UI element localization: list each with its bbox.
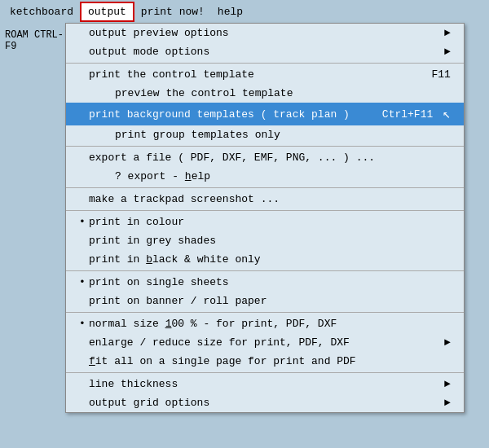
menu-label: print in black & white only <box>89 253 261 266</box>
menu-label: enlarge / reduce size for print, PDF, DX… <box>89 336 350 349</box>
submenu-arrow-icon: ► <box>444 378 451 390</box>
menu-item-print-banner[interactable]: print on banner / roll paper <box>66 292 464 310</box>
menu-item-line-thickness[interactable]: line thickness ► <box>66 375 464 393</box>
menu-item-output-grid-options[interactable]: output grid options ► <box>66 393 464 412</box>
menu-label: preview the control template <box>115 87 293 99</box>
submenu-arrow-icon: ► <box>444 397 451 409</box>
menu-item-print-background-templates[interactable]: print background templates ( track plan … <box>66 103 464 125</box>
menu-label: print background templates ( track plan … <box>89 108 350 121</box>
menu-label: print in grey shades <box>89 235 216 247</box>
menu-help[interactable]: help <box>211 3 249 20</box>
separator-1 <box>66 63 464 64</box>
help-underline: h <box>185 170 192 182</box>
menu-item-output-mode-options[interactable]: output mode options ► <box>66 42 464 61</box>
menu-item-print-grey[interactable]: print in grey shades <box>66 231 464 250</box>
menu-item-print-black-white[interactable]: print in black & white only <box>66 250 464 269</box>
menu-label: line thickness <box>89 378 178 390</box>
separator-3 <box>66 187 464 188</box>
menu-output[interactable]: output <box>80 2 134 22</box>
menu-item-fit-all[interactable]: fit all on a single page for print and P… <box>66 352 464 371</box>
menu-label: output grid options <box>89 397 209 409</box>
menu-item-export-help[interactable]: ? export - help <box>66 167 464 186</box>
menu-item-print-group-templates[interactable]: print group templates only <box>66 125 464 144</box>
menu-label: print in colour <box>89 216 184 228</box>
separator-7 <box>66 372 464 373</box>
menu-label: normal size 100 % - for print, PDF, DXF <box>89 318 337 330</box>
cursor-icon: ↖ <box>443 106 451 122</box>
fit-underline: f <box>89 355 95 367</box>
menu-item-print-single-sheets[interactable]: print on single sheets <box>66 273 464 292</box>
shortcut-label: Ctrl+F11 <box>382 108 433 121</box>
roam-shortcut: ROAM CTRL-F9 <box>0 26 64 55</box>
black-underline: b <box>146 253 152 266</box>
menubar: ketchboard output print now! help <box>0 0 489 23</box>
menu-label: fit all on a single page for print and P… <box>89 355 356 367</box>
menu-item-export-file[interactable]: export a file ( PDF, DXF, EMF, PNG, ... … <box>66 148 464 167</box>
menu-label: print on single sheets <box>89 276 229 288</box>
app-title: ketchboard <box>3 3 80 20</box>
menu-item-output-preview-options[interactable]: output preview options ► <box>66 24 464 42</box>
menu-label: print on banner / roll paper <box>89 295 267 307</box>
output-menu-dropdown: output preview options ► output mode opt… <box>65 23 465 413</box>
separator-2 <box>66 146 464 147</box>
separator-4 <box>66 210 464 211</box>
submenu-arrow-icon: ► <box>444 336 451 349</box>
menu-label: output preview options <box>89 27 229 39</box>
menu-label: export a file ( PDF, DXF, EMF, PNG, ... … <box>89 152 375 164</box>
menu-item-enlarge-reduce[interactable]: enlarge / reduce size for print, PDF, DX… <box>66 333 464 352</box>
roam-label: ROAM <box>5 29 29 41</box>
size-underline: 1 <box>165 318 172 330</box>
menu-label: output mode options <box>89 46 209 58</box>
menu-item-print-control-template[interactable]: print the control template F11 <box>66 65 464 84</box>
separator-5 <box>66 270 464 271</box>
submenu-arrow-icon: ► <box>444 46 451 58</box>
menu-item-print-colour[interactable]: print in colour <box>66 213 464 231</box>
menu-print-now[interactable]: print now! <box>134 3 211 20</box>
shortcut-label: F11 <box>432 68 451 81</box>
menu-label: ? export - help <box>115 170 210 182</box>
menu-item-trackpad-screenshot[interactable]: make a trackpad screenshot ... <box>66 190 464 209</box>
menu-item-preview-control-template[interactable]: preview the control template <box>66 84 464 103</box>
submenu-arrow-icon: ► <box>444 27 451 39</box>
menu-label: print the control template <box>89 68 254 81</box>
separator-6 <box>66 312 464 313</box>
menu-label: make a trackpad screenshot ... <box>89 193 280 205</box>
menu-label: print group templates only <box>115 129 280 141</box>
menu-item-normal-size[interactable]: normal size 100 % - for print, PDF, DXF <box>66 314 464 333</box>
